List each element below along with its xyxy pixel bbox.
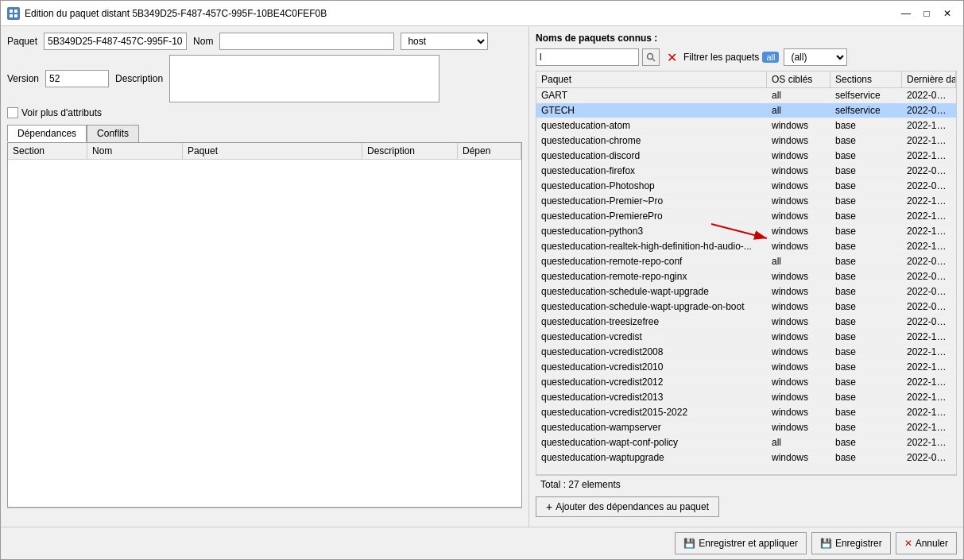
pkg-col-paquet: Paquet (536, 71, 767, 87)
pkg-os: windows (767, 239, 830, 253)
table-header: Section Nom Paquet Description Dépen (8, 143, 521, 160)
pkg-os: windows (767, 118, 830, 133)
package-row[interactable]: questeducation-firefox windows base 2022… (536, 164, 956, 179)
tab-conflits[interactable]: Conflits (87, 125, 139, 142)
package-row[interactable]: questeducation-schedule-wapt-upgrade win… (536, 284, 956, 299)
minimize-button[interactable]: — (896, 6, 916, 21)
search-button[interactable] (642, 48, 660, 66)
table-body (8, 160, 521, 507)
version-label: Version (7, 73, 39, 84)
pkg-date: 2022-09-27T21: (902, 179, 956, 193)
package-row[interactable]: questeducation-PremierePro windows base … (536, 209, 956, 224)
nom-input[interactable] (219, 33, 394, 50)
package-row[interactable]: questeducation-realtek-high-definition-h… (536, 239, 956, 254)
host-dropdown[interactable]: host (401, 33, 488, 50)
pkg-date: 2022-09-26T15: (902, 103, 956, 118)
pkg-date: 2022-10-04T18: (902, 405, 956, 419)
pkg-date: 2022-10-04T18: (902, 345, 956, 359)
package-row[interactable]: questeducation-vcredist2008 windows base… (536, 345, 956, 360)
title-bar: Edition du paquet distant 5B349D25-F487-… (1, 1, 963, 26)
paquet-input[interactable] (44, 33, 187, 50)
pkg-date: 2022-09-26T18: (902, 315, 956, 329)
version-input[interactable] (45, 70, 109, 87)
pkg-section: base (830, 435, 902, 450)
package-row[interactable]: questeducation-Photoshop windows base 20… (536, 179, 956, 194)
package-row[interactable]: questeducation-remote-repo-conf all base… (536, 254, 956, 269)
package-row[interactable]: questeducation-wapt-conf-policy all base… (536, 435, 956, 450)
package-row[interactable]: questeducation-vcredist2013 windows base… (536, 390, 956, 405)
pkg-date: 2022-10-04T18: (902, 375, 956, 389)
tab-dependances[interactable]: Dépendances (7, 125, 87, 142)
package-row[interactable]: questeducation-remote-repo-nginx windows… (536, 269, 956, 284)
pkg-date: 2022-10-03T19: (902, 133, 956, 148)
package-row[interactable]: questeducation-vcredist windows base 202… (536, 330, 956, 345)
voir-plus-checkbox[interactable] (7, 107, 18, 118)
filter-dropdown[interactable]: (all) (784, 48, 847, 66)
package-row[interactable]: GTECH all selfservice 2022-09-26T15: (536, 103, 956, 118)
package-row[interactable]: questeducation-waptupgrade windows base … (536, 450, 956, 465)
pkg-name: questeducation-Photoshop (536, 179, 767, 193)
pkg-date: 2022-09-28T14: (902, 254, 956, 268)
pkg-name: questeducation-remote-repo-conf (536, 254, 767, 268)
pkg-date: 2022-10-04T14: (902, 194, 956, 208)
save-icon: 💾 (820, 538, 832, 549)
paquet-label: Paquet (7, 36, 37, 47)
pkg-name: questeducation-schedule-wapt-upgrade (536, 284, 767, 299)
package-row[interactable]: questeducation-python3 windows base 2022… (536, 224, 956, 239)
pkg-col-sections: Sections (830, 71, 902, 87)
svg-rect-2 (10, 14, 13, 17)
svg-point-4 (648, 54, 653, 60)
add-btn-row: + Ajouter des dépendances au paquet (536, 493, 957, 520)
maximize-button[interactable]: □ (917, 6, 936, 21)
cancel-button[interactable]: ✕ Annuler (896, 532, 957, 554)
package-row[interactable]: GART all selfservice 2022-09-26T15: (536, 88, 956, 103)
package-row[interactable]: questeducation-vcredist2012 windows base… (536, 375, 956, 390)
package-row[interactable]: questeducation-schedule-wapt-upgrade-on-… (536, 299, 956, 315)
col-nom: Nom (87, 143, 183, 159)
save-button[interactable]: 💾 Enregistrer (811, 532, 891, 554)
search-input[interactable] (536, 48, 639, 66)
pkg-name: questeducation-vcredist2015-2022 (536, 405, 767, 419)
save-apply-button[interactable]: 💾 Enregistrer et appliquer (675, 532, 807, 554)
pkg-section: base (830, 209, 902, 223)
pkg-name: questeducation-wampserver (536, 420, 767, 434)
package-row[interactable]: questeducation-Premier~Pro windows base … (536, 194, 956, 209)
pkg-section: base (830, 149, 902, 163)
pkg-section: selfservice (830, 103, 902, 118)
add-dependencies-button[interactable]: + Ajouter des dépendances au paquet (536, 496, 719, 517)
package-row[interactable]: questeducation-chrome windows base 2022-… (536, 133, 956, 149)
close-button[interactable]: ✕ (938, 6, 957, 21)
pkg-date: 2022-09-26T14: (902, 164, 956, 178)
col-depen: Dépen (458, 143, 521, 159)
pkg-os: windows (767, 284, 830, 299)
package-row[interactable]: questeducation-vcredist2015-2022 windows… (536, 405, 956, 420)
pkg-name: questeducation-realtek-high-definition-h… (536, 239, 767, 253)
packages-body[interactable]: GART all selfservice 2022-09-26T15: GTEC… (536, 88, 956, 474)
save-apply-icon: 💾 (683, 538, 695, 549)
package-row[interactable]: questeducation-vcredist2010 windows base… (536, 360, 956, 375)
clear-button[interactable]: ✕ (663, 48, 680, 66)
pkg-os: windows (767, 179, 830, 193)
pkg-name: questeducation-firefox (536, 164, 767, 178)
package-row[interactable]: questeducation-atom windows base 2022-10… (536, 118, 956, 133)
package-row[interactable]: questeducation-discord windows base 2022… (536, 149, 956, 164)
pkg-os: windows (767, 299, 830, 314)
left-panel: Paquet Nom host Version Description Voir… (1, 26, 529, 527)
nom-label: Nom (193, 36, 213, 47)
noms-label: Noms de paquets connus : (536, 33, 957, 44)
package-row[interactable]: questeducation-wampserver windows base 2… (536, 420, 956, 435)
pkg-section: base (830, 224, 902, 238)
pkg-date: 2022-10-04T18: (902, 360, 956, 374)
pkg-os: windows (767, 194, 830, 208)
pkg-name: GART (536, 88, 767, 102)
description-textarea[interactable] (169, 55, 439, 102)
pkg-section: base (830, 315, 902, 329)
pkg-date: 2022-09-30T16: (902, 299, 956, 314)
left-scrollbar[interactable] (7, 508, 522, 520)
pkg-name: questeducation-vcredist2008 (536, 345, 767, 359)
tabs-container: Dépendances Conflits (7, 125, 522, 142)
packages-table: Paquet OS ciblés Sections Dernière date … (536, 71, 957, 475)
col-paquet: Paquet (183, 143, 362, 159)
voir-plus-label: Voir plus d'attributs (21, 107, 102, 118)
package-row[interactable]: questeducation-treesizefree windows base… (536, 315, 956, 330)
